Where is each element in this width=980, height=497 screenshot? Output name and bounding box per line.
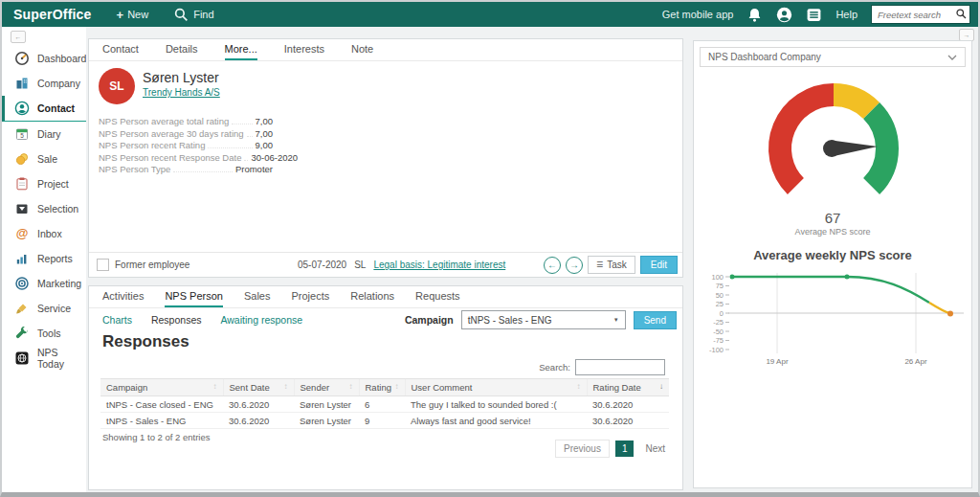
sidebar-item-project[interactable]: Project [2, 171, 86, 196]
data-point-end [947, 310, 953, 316]
table-row[interactable]: tNPS - Case closed - ENG 30.6.2020 Søren… [100, 396, 669, 413]
campaign-select[interactable]: tNPS - Sales - ENG ▼ [461, 310, 626, 329]
nps-today-globe-icon [14, 350, 30, 366]
legal-basis-link[interactable]: Legal basis: Legitimate interest [373, 260, 505, 270]
sale-coins-icon [14, 151, 30, 167]
previous-page-button[interactable]: Previous [555, 440, 610, 458]
main-menu-icon[interactable] [806, 7, 822, 23]
tab-details[interactable]: Details [166, 43, 198, 60]
sidebar-item-contact[interactable]: Contact [2, 96, 86, 122]
sidebar-item-inbox[interactable]: @ Inbox [2, 221, 86, 246]
task-button[interactable]: ☰ Task [588, 256, 635, 274]
sort-icon: ↕ [349, 382, 353, 391]
current-page-button[interactable]: 1 [615, 441, 635, 457]
sort-icon: ↕ [577, 382, 581, 391]
tab-requests[interactable]: Requests [415, 290, 459, 307]
find-button-label: Find [193, 9, 213, 20]
campaign-label: Campaign [405, 314, 454, 326]
y-axis-tick: -100 [709, 346, 724, 354]
search-icon[interactable] [955, 8, 968, 20]
superoffice-logo[interactable]: SuperOffice [13, 7, 92, 22]
table-summary: Showing 1 to 2 of 2 entries [102, 432, 211, 442]
table-header-row: Campaign↕ Sent Date↕ Sender↕ Rating↕ Use… [100, 379, 669, 396]
tab-activities[interactable]: Activities [102, 290, 144, 307]
new-button[interactable]: + New [117, 8, 149, 22]
tab-more[interactable]: More... [225, 43, 257, 60]
sidebar-item-company[interactable]: Company [2, 71, 86, 96]
tab-note[interactable]: Note [351, 43, 373, 60]
tab-relations[interactable]: Relations [350, 290, 394, 307]
field-value: 7,00 [256, 128, 274, 139]
find-button[interactable]: Find [173, 7, 213, 23]
cell-campaign: tNPS - Case closed - ENG [100, 396, 223, 413]
nps-dashboard-title: NPS Dashboard Company [708, 52, 821, 62]
help-link[interactable]: Help [835, 9, 858, 20]
sidebar-label: Reports [37, 253, 73, 264]
y-axis-tick: -50 [713, 328, 724, 336]
subtab-awaiting-response[interactable]: Awaiting response [220, 314, 302, 326]
sidebar-item-reports[interactable]: Reports [2, 246, 86, 271]
column-header-campaign[interactable]: Campaign↕ [100, 379, 223, 396]
y-axis-tick: 100 [711, 273, 724, 282]
nps-gauge-chart [733, 70, 934, 212]
column-header-rating[interactable]: Rating↕ [359, 379, 405, 396]
tab-contact[interactable]: Contact [102, 43, 139, 60]
sidebar-item-selection[interactable]: Selection [2, 196, 86, 221]
avatar: SL [99, 68, 135, 104]
column-header-rating-date[interactable]: Rating Date↓ [587, 379, 669, 396]
notification-bell-icon[interactable] [746, 7, 763, 23]
subtab-responses[interactable]: Responses [151, 314, 202, 326]
tab-interests[interactable]: Interests [284, 43, 324, 60]
nps-fields: NPS Person average total rating 7,00 NPS… [99, 116, 273, 176]
get-mobile-app-link[interactable]: Get mobile app [662, 9, 734, 20]
table-row[interactable]: tNPS - Sales - ENG 30.6.2020 Søren Lyste… [100, 413, 669, 429]
sidebar-label: Dashboard [37, 53, 86, 64]
former-employee-checkbox[interactable] [97, 259, 109, 271]
sidebar: ← Dashboard Company [2, 27, 87, 492]
company-link[interactable]: Trendy Hands A/S [143, 87, 220, 98]
tab-sales[interactable]: Sales [244, 290, 271, 307]
sidebar-item-dashboard[interactable]: Dashboard [2, 46, 86, 71]
sidebar-item-tools[interactable]: Tools [2, 321, 86, 346]
account-icon[interactable] [776, 7, 792, 23]
cell-sent-date: 30.6.2020 [223, 396, 294, 413]
nps-trend-line [732, 277, 929, 303]
table-search-input[interactable] [575, 359, 665, 375]
freetext-search-input[interactable] [876, 7, 956, 22]
cell-rating-date: 30.6.2020 [587, 396, 669, 413]
cell-user-comment: Always fast and good service! [405, 413, 587, 429]
column-header-user-comment[interactable]: User Comment↕ [405, 379, 587, 396]
x-axis-tick: 26 Apr [904, 357, 926, 366]
search-icon [173, 7, 189, 23]
sidebar-item-nps-today[interactable]: NPS Today [2, 346, 86, 371]
sidebar-item-marketing[interactable]: Marketing [2, 271, 86, 296]
contact-card: Contact Details More... Interests Note S… [88, 38, 683, 278]
task-button-label: Task [607, 260, 627, 270]
nps-dashboard-header[interactable]: NPS Dashboard Company [700, 47, 966, 67]
column-header-sender[interactable]: Sender↕ [294, 379, 359, 396]
y-axis-tick: 50 [716, 291, 724, 300]
detail-panel: Activities NPS Person Sales Projects Rel… [88, 285, 683, 490]
edit-button[interactable]: Edit [640, 256, 678, 274]
next-page-button[interactable]: Next [639, 442, 671, 455]
column-header-sent-date[interactable]: Sent Date↕ [223, 379, 294, 396]
field-label: NPS Person Type [99, 164, 170, 174]
subtab-charts[interactable]: Charts [102, 314, 132, 326]
y-axis-tick: -75 [713, 336, 724, 345]
sidebar-item-sale[interactable]: Sale [2, 147, 86, 171]
section-title: Responses [102, 332, 189, 351]
sidebar-item-service[interactable]: Service [2, 296, 86, 321]
tab-nps-person[interactable]: NPS Person [165, 290, 223, 307]
nps-trend-line-tail [929, 303, 950, 313]
collapse-sidebar-icon[interactable]: ← [11, 31, 26, 43]
sidebar-label: Diary [37, 128, 61, 140]
dashboard-gauge-icon [14, 51, 30, 66]
y-axis-tick: -25 [713, 318, 724, 327]
send-button[interactable]: Send [634, 311, 677, 329]
sidebar-item-diary[interactable]: 5 Diary [2, 122, 86, 147]
tab-projects[interactable]: Projects [291, 290, 329, 307]
cell-sent-date: 30.6.2020 [223, 413, 294, 429]
next-contact-button[interactable]: → [566, 257, 583, 274]
previous-contact-button[interactable]: ← [544, 257, 561, 274]
field-value: 30-06-2020 [251, 152, 298, 163]
